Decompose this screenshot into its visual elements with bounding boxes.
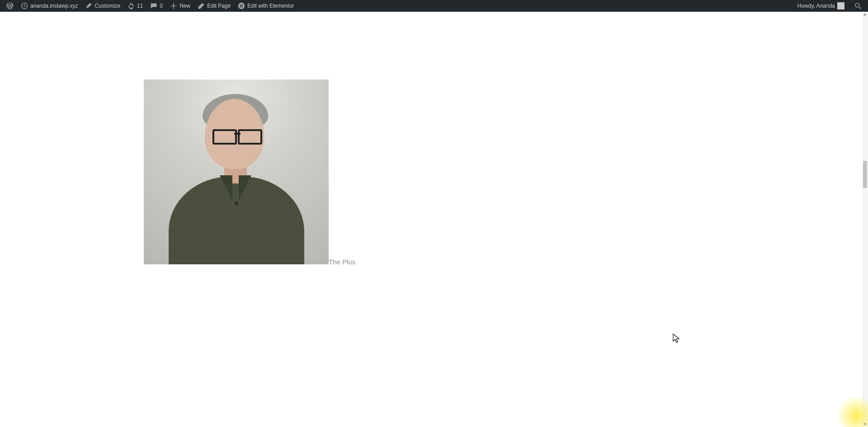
brush-icon	[85, 2, 92, 9]
admin-bar-left: ananda.instawp.xyz Customize 11 0 New	[3, 0, 298, 12]
vertical-scrollbar[interactable]	[862, 12, 868, 427]
scroll-thumb[interactable]	[863, 161, 867, 188]
shirt-button	[235, 202, 238, 205]
avatar	[837, 2, 844, 9]
customize-menu[interactable]: Customize	[81, 0, 124, 12]
new-text: New	[179, 3, 190, 9]
wordpress-logo-icon	[6, 2, 14, 9]
search-icon	[854, 2, 862, 9]
elementor-icon	[238, 2, 245, 9]
dashboard-icon	[21, 2, 28, 9]
search-toggle[interactable]	[853, 0, 863, 12]
content-wrap: The Plus	[0, 12, 868, 427]
collar-right	[239, 175, 251, 200]
portrait-glasses	[212, 129, 262, 142]
image-caption: The Plus	[329, 258, 355, 266]
howdy-menu[interactable]: Howdy, Ananda	[794, 0, 848, 12]
wp-admin-bar: ananda.instawp.xyz Customize 11 0 New	[0, 0, 868, 12]
svg-rect-3	[240, 5, 241, 7]
refresh-icon	[127, 2, 135, 9]
svg-rect-4	[241, 5, 243, 5]
plus-icon	[170, 2, 177, 9]
customize-text: Customize	[94, 3, 120, 9]
site-name-text: ananda.instawp.xyz	[30, 3, 78, 9]
edit-elementor-menu[interactable]: Edit with Elementor	[234, 0, 297, 12]
svg-point-7	[855, 3, 859, 7]
updates-menu[interactable]: 11	[124, 0, 146, 12]
collar-left	[220, 175, 232, 200]
edit-elementor-text: Edit with Elementor	[247, 3, 294, 9]
svg-rect-6	[241, 7, 243, 8]
updates-count: 11	[137, 3, 143, 9]
portrait-shirt	[169, 177, 304, 264]
edit-page-text: Edit Page	[207, 3, 231, 9]
portrait-image	[144, 80, 329, 264]
glasses-bridge	[234, 133, 241, 135]
admin-bar-right: Howdy, Ananda	[794, 0, 865, 12]
comment-icon	[150, 2, 157, 9]
comments-count: 0	[160, 3, 163, 9]
scroll-up-button[interactable]	[862, 12, 868, 18]
site-name-menu[interactable]: ananda.instawp.xyz	[17, 0, 81, 12]
svg-rect-5	[241, 5, 243, 6]
howdy-text: Howdy, Ananda	[797, 3, 835, 9]
page-content: The Plus	[0, 12, 868, 427]
pencil-icon	[198, 2, 205, 9]
comments-menu[interactable]: 0	[146, 0, 166, 12]
scroll-down-button[interactable]	[862, 421, 868, 427]
wp-logo-menu[interactable]	[3, 0, 17, 12]
portrait-bg	[144, 80, 329, 264]
svg-point-1	[24, 5, 25, 6]
edit-page-menu[interactable]: Edit Page	[194, 0, 234, 12]
new-menu[interactable]: New	[166, 0, 194, 12]
